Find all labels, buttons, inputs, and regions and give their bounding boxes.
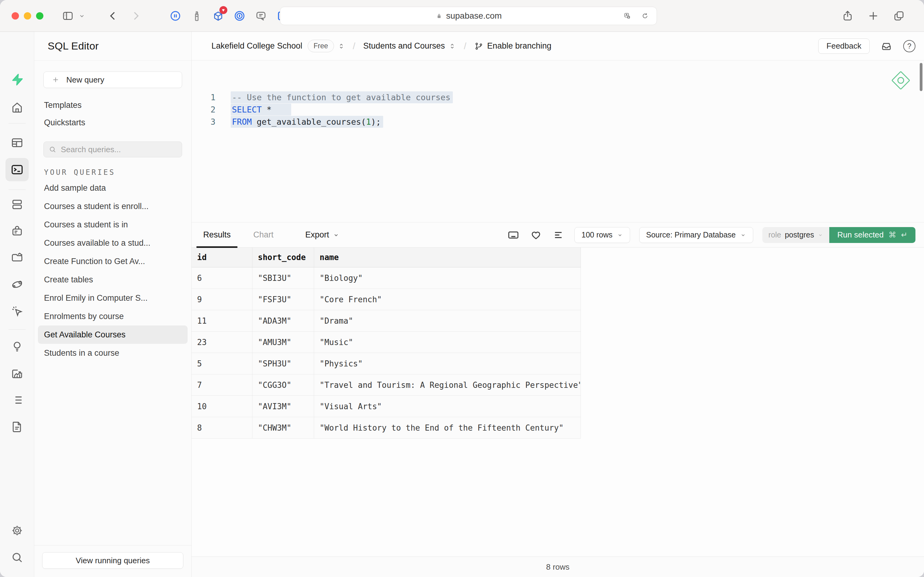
home-icon[interactable] bbox=[10, 101, 24, 114]
storage-icon[interactable] bbox=[10, 250, 24, 264]
sidebar-query-item[interactable]: Get Available Courses bbox=[38, 326, 188, 344]
table-row[interactable]: 5 "SPH3U" "Physics" bbox=[192, 353, 581, 374]
extension-chat-icon[interactable] bbox=[254, 9, 268, 23]
column-header-id: id bbox=[192, 248, 253, 267]
back-button[interactable] bbox=[106, 9, 120, 23]
keyboard-shortcuts-icon[interactable] bbox=[507, 228, 520, 242]
sidebar-toggle-icon[interactable] bbox=[61, 9, 74, 23]
sidebar-query-item[interactable]: Enrolments by course bbox=[38, 307, 188, 326]
chevron-down-icon bbox=[818, 232, 823, 238]
enable-branching-button[interactable]: Enable branching bbox=[474, 41, 551, 51]
help-icon[interactable]: ? bbox=[903, 40, 916, 52]
format-lines-icon[interactable] bbox=[552, 228, 565, 242]
edge-functions-icon[interactable] bbox=[10, 278, 24, 291]
sql-editor-icon-active[interactable] bbox=[5, 158, 29, 181]
extension-box-icon[interactable]: ♥ bbox=[211, 9, 225, 23]
table-editor-icon[interactable] bbox=[10, 136, 24, 150]
assistant-diamond-icon[interactable] bbox=[892, 72, 910, 89]
code-line: 1 -- Use the function to get available c… bbox=[192, 91, 924, 103]
extension-blocker-icon[interactable] bbox=[233, 9, 246, 23]
settings-gear-icon[interactable] bbox=[10, 524, 24, 537]
code-line: 3 FROMget_available_courses(1); bbox=[192, 116, 924, 128]
row-limit-dropdown[interactable]: 100 rows bbox=[575, 227, 630, 243]
table-row[interactable]: 7 "CGG3O" "Travel and Tourism: A Regiona… bbox=[192, 374, 581, 396]
cell-name: "Biology" bbox=[314, 268, 581, 288]
table-row[interactable]: 23 "AMU3M" "Music" bbox=[192, 332, 581, 353]
run-selected-button[interactable]: Run selected ⌘ ↵ bbox=[829, 227, 916, 243]
tab-results[interactable]: Results bbox=[203, 222, 231, 248]
sidebar-query-item[interactable]: Courses a student is enroll... bbox=[38, 197, 188, 216]
sql-paren: ( bbox=[361, 117, 366, 127]
search-queries-input[interactable] bbox=[61, 145, 177, 154]
table-row[interactable]: 11 "ADA3M" "Drama" bbox=[192, 310, 581, 332]
editor-scrollbar-thumb[interactable] bbox=[920, 63, 922, 91]
database-name[interactable]: Students and Courses bbox=[363, 41, 445, 51]
project-name[interactable]: Lakefield College School bbox=[211, 41, 302, 51]
sql-code-editor[interactable]: 1 -- Use the function to get available c… bbox=[192, 61, 924, 222]
minimize-window-button[interactable] bbox=[24, 12, 31, 19]
reload-icon[interactable] bbox=[638, 9, 652, 23]
source-dropdown[interactable]: Source: Primary Database bbox=[639, 227, 753, 243]
reports-icon[interactable] bbox=[10, 367, 24, 380]
logs-icon[interactable] bbox=[10, 393, 24, 407]
search-icon[interactable] bbox=[10, 551, 24, 564]
chevron-down-icon bbox=[333, 232, 340, 239]
auth-icon[interactable] bbox=[10, 224, 24, 237]
sidebar-query-item[interactable]: Add sample data bbox=[38, 179, 188, 197]
tab-chart[interactable]: Chart bbox=[253, 222, 274, 248]
results-footer: 8 rows bbox=[192, 556, 924, 577]
forward-button[interactable] bbox=[129, 9, 142, 23]
extension-pause-icon[interactable] bbox=[169, 9, 182, 23]
sql-paren: ) bbox=[371, 117, 376, 127]
column-header-name: name bbox=[314, 248, 581, 267]
table-row[interactable]: 9 "FSF3U" "Core French" bbox=[192, 289, 581, 310]
enable-branching-label: Enable branching bbox=[487, 41, 551, 51]
table-row[interactable]: 8 "CHW3M" "World History to the End of t… bbox=[192, 417, 581, 438]
role-value: postgres bbox=[785, 230, 814, 239]
table-row[interactable]: 6 "SBI3U" "Biology" bbox=[192, 268, 581, 289]
close-window-button[interactable] bbox=[11, 12, 19, 19]
supabase-logo[interactable] bbox=[10, 73, 24, 86]
api-docs-icon[interactable] bbox=[10, 420, 24, 434]
new-query-button[interactable]: New query bbox=[43, 71, 182, 88]
zoom-window-button[interactable] bbox=[36, 12, 43, 19]
favorite-heart-icon[interactable] bbox=[529, 228, 542, 242]
results-body: id short_code name 6 "SBI3U" "Biology" bbox=[192, 248, 924, 556]
database-select-chevrons-icon[interactable] bbox=[449, 42, 456, 50]
sql-operator: * bbox=[267, 105, 272, 114]
table-header-row: id short_code name bbox=[192, 248, 581, 268]
sidebar-query-item[interactable]: Create Function to Get Av... bbox=[38, 252, 188, 271]
sidebar-query-item[interactable]: Enrol Emily in Computer S... bbox=[38, 289, 188, 307]
sidebar-item-templates[interactable]: Templates bbox=[44, 100, 82, 110]
code-line: 2 SELECT* bbox=[192, 103, 924, 116]
cell-id: 7 bbox=[192, 374, 253, 395]
address-bar[interactable]: supabase.com bbox=[280, 7, 657, 25]
project-select-chevrons-icon[interactable] bbox=[338, 42, 345, 50]
role-dropdown[interactable]: role postgres bbox=[762, 227, 830, 243]
export-dropdown[interactable]: Export bbox=[305, 230, 340, 240]
tab-overview-icon[interactable] bbox=[892, 9, 906, 23]
feedback-button[interactable]: Feedback bbox=[818, 39, 869, 54]
translate-icon[interactable] bbox=[621, 9, 634, 23]
sidebar-query-item[interactable]: Courses a student is in bbox=[38, 216, 188, 234]
sql-comment: -- Use the function to get available cou… bbox=[232, 93, 451, 102]
extension-cleaner-icon[interactable] bbox=[190, 9, 203, 23]
url-text: supabase.com bbox=[446, 11, 502, 21]
search-queries-box[interactable] bbox=[43, 142, 182, 157]
realtime-icon[interactable] bbox=[10, 305, 24, 318]
database-icon[interactable] bbox=[10, 198, 24, 211]
cell-short-code: "CGG3O" bbox=[253, 374, 314, 395]
advisors-icon[interactable] bbox=[10, 340, 24, 353]
cell-name: "Travel and Tourism: A Regional Geograph… bbox=[314, 374, 581, 395]
table-row[interactable]: 10 "AVI3M" "Visual Arts" bbox=[192, 396, 581, 417]
sidebar-query-item[interactable]: Create tables bbox=[38, 271, 188, 289]
view-running-queries-button[interactable]: View running queries bbox=[42, 552, 184, 569]
sidebar-item-quickstarts[interactable]: Quickstarts bbox=[44, 118, 85, 127]
chevron-down-icon[interactable] bbox=[75, 9, 89, 23]
sidebar-query-item[interactable]: Students in a course bbox=[38, 344, 188, 362]
share-icon[interactable] bbox=[841, 9, 854, 23]
plus-icon bbox=[52, 76, 60, 84]
inbox-icon[interactable] bbox=[880, 40, 893, 53]
new-tab-icon[interactable] bbox=[866, 9, 880, 23]
sidebar-query-item[interactable]: Courses available to a stud... bbox=[38, 234, 188, 252]
